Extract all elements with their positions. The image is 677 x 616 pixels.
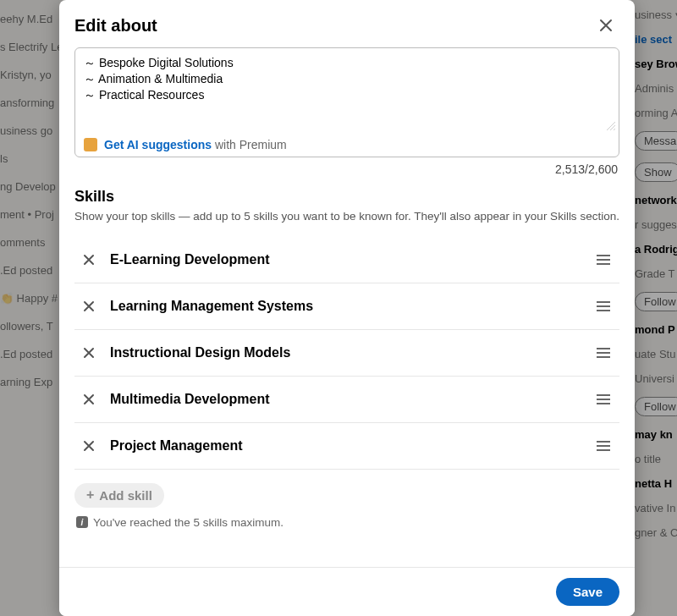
drag-handle-icon[interactable]: [594, 255, 613, 265]
info-icon: i: [76, 516, 88, 528]
remove-skill-button[interactable]: [80, 250, 98, 269]
x-icon: [83, 347, 95, 359]
close-button[interactable]: [592, 12, 619, 39]
skills-subheading: Show your top skills — add up to 5 skill…: [74, 209, 619, 225]
x-icon: [83, 440, 95, 452]
plus-icon: +: [86, 488, 94, 502]
x-icon: [83, 393, 95, 405]
add-skill-button[interactable]: + Add skill: [74, 483, 164, 508]
close-icon: [597, 17, 614, 34]
x-icon: [83, 300, 95, 312]
add-skill-label: Add skill: [99, 488, 152, 503]
max-skills-note: You've reached the 5 skills maximum.: [93, 516, 283, 529]
about-textarea[interactable]: [84, 55, 610, 129]
drag-handle-icon[interactable]: [594, 394, 613, 404]
x-icon: [83, 254, 95, 266]
remove-skill-button[interactable]: [80, 344, 98, 362]
skills-heading: Skills: [74, 188, 619, 206]
skill-name: Multimedia Development: [110, 392, 594, 407]
edit-about-modal: Edit about Get AI suggestions with Premi…: [59, 0, 635, 616]
skill-row: Learning Management Systems: [74, 283, 619, 330]
drag-handle-icon[interactable]: [594, 301, 613, 311]
skill-name: E-Learning Development: [110, 252, 594, 267]
skill-name: Learning Management Systems: [110, 299, 594, 314]
save-button[interactable]: Save: [556, 578, 619, 606]
skills-list: E-Learning DevelopmentLearning Managemen…: [74, 237, 619, 470]
skill-row: E-Learning Development: [74, 237, 619, 283]
about-textarea-container: Get AI suggestions with Premium: [74, 47, 619, 157]
skill-name: Instructional Design Models: [110, 345, 594, 360]
premium-icon: [84, 138, 97, 151]
remove-skill-button[interactable]: [80, 390, 98, 409]
skill-name: Project Management: [110, 438, 594, 454]
ai-suggestions-link[interactable]: Get AI suggestions: [104, 138, 212, 151]
skill-row: Multimedia Development: [74, 377, 619, 423]
drag-handle-icon[interactable]: [594, 441, 613, 451]
character-count: 2,513/2,600: [74, 162, 618, 176]
ai-suffix-text: with Premium: [215, 138, 287, 151]
drag-handle-icon[interactable]: [594, 348, 613, 358]
skill-row: Project Management: [74, 423, 619, 470]
modal-title: Edit about: [74, 16, 157, 36]
skill-row: Instructional Design Models: [74, 330, 619, 377]
remove-skill-button[interactable]: [80, 297, 98, 316]
resize-grip-icon[interactable]: [606, 121, 616, 131]
remove-skill-button[interactable]: [80, 437, 98, 455]
